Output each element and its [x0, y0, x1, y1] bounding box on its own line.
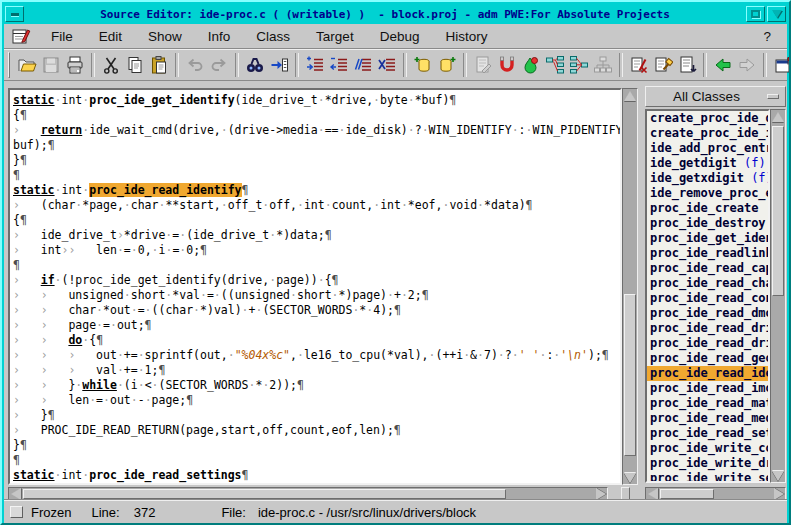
frozen-toggle[interactable]	[10, 506, 23, 518]
class-list-item[interactable]: proc_ide_read_geometry	[647, 351, 768, 366]
list-hscrollbar[interactable]	[645, 487, 786, 501]
menu-edit[interactable]: Edit	[86, 26, 135, 47]
menu-class[interactable]: Class	[243, 26, 303, 47]
class-list-item[interactable]: proc_ide_destroy	[647, 216, 768, 231]
class-list-item[interactable]: proc_ide_read_mate	[647, 396, 768, 411]
window-menu-button[interactable]	[5, 6, 24, 22]
scroll-left-arrow[interactable]	[9, 488, 22, 500]
list-scroll-left-arrow[interactable]	[646, 488, 659, 500]
class-list-item[interactable]: proc_ide_read_media	[647, 411, 768, 426]
line-label: Line:	[91, 505, 119, 520]
outdent-button[interactable]	[327, 52, 351, 78]
editor-hscrollbar[interactable]	[8, 487, 608, 501]
find-next-button[interactable]	[267, 52, 291, 78]
scroll-up-arrow[interactable]	[623, 89, 637, 102]
menu-target[interactable]: Target	[303, 26, 367, 47]
class-list-item[interactable]: proc_ide_read_dmodel	[647, 306, 768, 321]
uncomment-lines-button[interactable]	[375, 52, 399, 78]
class-list-item[interactable]: proc_ide_read_capacity	[647, 261, 768, 276]
class-list-item[interactable]: ide_getxdigit (f)	[647, 171, 768, 186]
code-line: › }¶	[13, 408, 620, 423]
class-list-item[interactable]: proc_ide_write_settings	[647, 471, 768, 483]
collapse-calls-icon	[569, 55, 589, 75]
menu-show[interactable]: Show	[135, 26, 195, 47]
list-vscroll-thumb[interactable]	[772, 126, 784, 296]
open-button[interactable]	[15, 52, 39, 78]
list-scroll-up-arrow[interactable]	[771, 110, 785, 123]
save-button	[39, 52, 63, 78]
menu-info[interactable]: Info	[195, 26, 244, 47]
menu-debug[interactable]: Debug	[367, 26, 433, 47]
class-list-item[interactable]: proc_ide_read_settings	[647, 426, 768, 441]
scroll-right-arrow[interactable]	[594, 488, 607, 500]
class-list-item[interactable]: ide_remove_proc_entries	[647, 186, 768, 201]
code-line: › › page·=·out;¶	[13, 318, 620, 333]
class-list-item[interactable]: ide_add_proc_entries	[647, 141, 768, 156]
class-list-item[interactable]: proc_ide_read_driver	[647, 321, 768, 336]
expand-calls-icon	[545, 55, 565, 75]
cut-button[interactable]	[99, 52, 123, 78]
class-list-item[interactable]: create_proc_ide_drives	[647, 111, 768, 126]
class-list-item-selected[interactable]: proc_ide_read_identify	[647, 366, 768, 381]
toolbar-grip[interactable]	[8, 52, 10, 78]
code-line: ¶	[13, 258, 620, 273]
option-menu-icon	[767, 94, 779, 99]
go-back-button[interactable]	[711, 52, 735, 78]
shade-button[interactable]	[767, 6, 786, 22]
class-list-item[interactable]: proc_ide_read_channel	[647, 276, 768, 291]
list-scroll-down-arrow[interactable]	[771, 469, 785, 482]
pane-sash[interactable]	[621, 487, 630, 501]
menu-bar: FileEditShowInfoClassTargetDebugHistory …	[4, 24, 787, 49]
class-list[interactable]: create_proc_ide_drivescreate_proc_ide_in…	[645, 109, 770, 483]
file-label: File:	[221, 505, 246, 520]
properties-button[interactable]	[771, 52, 791, 78]
mark-drop-button[interactable]	[519, 52, 543, 78]
editor-vscroll-thumb[interactable]	[624, 294, 636, 456]
indent-button[interactable]	[303, 52, 327, 78]
class-list-item[interactable]: proc_ide_read_imodel	[647, 381, 768, 396]
list-vscrollbar[interactable]	[770, 109, 786, 483]
add-file-button[interactable]	[435, 52, 459, 78]
collapse-calls-button[interactable]	[567, 52, 591, 78]
editor-vscrollbar[interactable]	[622, 88, 638, 485]
hierarchy-button	[591, 52, 615, 78]
class-list-item[interactable]: proc_ide_readlink	[647, 246, 768, 261]
delete-edit-button[interactable]	[627, 52, 651, 78]
load-doc-icon	[677, 55, 697, 75]
scroll-down-arrow[interactable]	[623, 471, 637, 484]
paste-button[interactable]	[147, 52, 171, 78]
class-list-item[interactable]: ide_getdigit (f)	[647, 156, 768, 171]
magnet-button[interactable]	[495, 52, 519, 78]
class-list-item[interactable]: proc_ide_get_identify	[647, 231, 768, 246]
title-bar[interactable]: Source Editor: ide-proc.c ( (writable) )…	[4, 4, 787, 24]
class-list-item[interactable]: proc_ide_write_config	[647, 441, 768, 456]
help-menu[interactable]: ?	[747, 26, 787, 47]
menu-file[interactable]: File	[38, 26, 86, 47]
class-list-item[interactable]: proc_ide_read_config	[647, 291, 768, 306]
code-editor[interactable]: static·int·proc_ide_get_identify(ide_dri…	[8, 88, 622, 485]
maximize-button[interactable]	[746, 6, 765, 22]
copy-button[interactable]	[123, 52, 147, 78]
list-scroll-right-arrow[interactable]	[772, 488, 785, 500]
class-list-item[interactable]: proc_ide_read_drivers	[647, 336, 768, 351]
shade-icon	[772, 10, 782, 18]
add-item-button[interactable]	[411, 52, 435, 78]
save-icon	[41, 55, 61, 75]
class-list-item[interactable]: proc_ide_create	[647, 201, 768, 216]
comment-lines-button[interactable]	[351, 52, 375, 78]
function-marker: (f)	[737, 156, 766, 170]
class-list-item[interactable]: proc_ide_write_driver	[647, 456, 768, 471]
find-button[interactable]	[243, 52, 267, 78]
class-list-item[interactable]: create_proc_ide_interfaces	[647, 126, 768, 141]
main-area: static·int·proc_ide_get_identify(ide_dri…	[4, 81, 787, 502]
print-button[interactable]	[63, 52, 87, 78]
list-hscroll-thumb[interactable]	[660, 489, 714, 499]
code-line: buf);¶	[13, 138, 620, 153]
editor-hscroll-thumb[interactable]	[23, 489, 506, 499]
build-edit-button[interactable]	[651, 52, 675, 78]
expand-calls-button[interactable]	[543, 52, 567, 78]
load-doc-button[interactable]	[675, 52, 699, 78]
toolbar-separator	[619, 53, 623, 77]
all-classes-selector[interactable]: All Classes	[645, 86, 786, 107]
menu-history[interactable]: History	[432, 26, 500, 47]
